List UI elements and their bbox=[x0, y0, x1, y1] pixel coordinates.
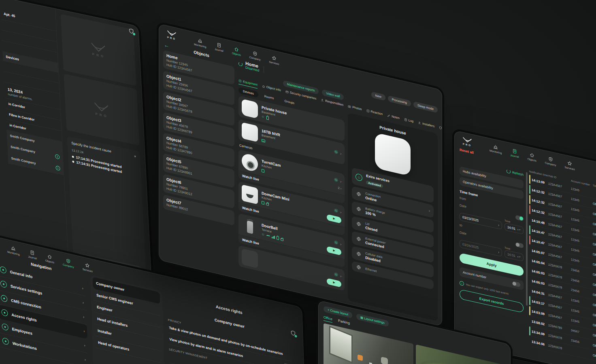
pencil-icon bbox=[387, 114, 390, 118]
row-hub-id: 123A4567 bbox=[548, 313, 571, 322]
nav-journal[interactable]: Journal bbox=[28, 249, 37, 260]
device-settings-icon[interactable] bbox=[334, 148, 338, 157]
stat-label: Ethernet bbox=[365, 267, 377, 273]
row-hub-id: 123A4567 bbox=[548, 222, 571, 231]
sidebar-item-label: CMS connection bbox=[11, 298, 41, 309]
tab-reaction[interactable]: Reaction bbox=[366, 108, 383, 118]
tab-installers[interactable]: Installers bbox=[418, 121, 434, 130]
date-from-toggle[interactable] bbox=[515, 215, 524, 221]
camera-list: TurretCam Kitchen › bbox=[238, 149, 345, 294]
incident-row-label: Smith Company bbox=[10, 134, 35, 143]
nav-company[interactable]: Company bbox=[545, 156, 556, 167]
tab-parking[interactable]: Parking bbox=[338, 318, 350, 327]
scrollbar[interactable] bbox=[526, 172, 528, 306]
info-icon[interactable]: i bbox=[55, 154, 60, 159]
nav-objects[interactable]: Objects bbox=[528, 152, 536, 162]
nav-company[interactable]: Company bbox=[249, 50, 261, 61]
play-button[interactable]: ▶ bbox=[327, 214, 341, 223]
incident-row-label: Smith Company bbox=[11, 157, 36, 165]
refresh-button[interactable]: Refresh bbox=[507, 169, 524, 177]
journal-filters-panel: Reset all Refresh Hubs availability Oper… bbox=[460, 147, 524, 355]
row-hub-id: 123A6789 bbox=[548, 323, 571, 332]
section-icon bbox=[0, 266, 6, 274]
chevron-right-icon[interactable]: › bbox=[429, 208, 430, 213]
refresh-icon[interactable] bbox=[238, 61, 243, 66]
chevron-right-icon[interactable]: › bbox=[340, 274, 341, 278]
row-title: Object1 bbox=[593, 222, 596, 229]
shield-icon bbox=[548, 156, 553, 162]
nav-services[interactable]: Services bbox=[82, 262, 93, 273]
severity-strip bbox=[529, 195, 530, 204]
hub-stats-list: Connection Online › Battery charge 1 bbox=[352, 186, 434, 292]
state-chip[interactable]: New bbox=[371, 91, 385, 101]
row-time: 14:12:32 bbox=[532, 188, 548, 195]
severity-strip bbox=[529, 286, 530, 295]
stat-icon bbox=[355, 264, 362, 271]
objects-window: PRO Monitoring Journal Objects Company S… bbox=[159, 23, 442, 326]
chevron-down-icon[interactable]: ▾ bbox=[134, 154, 136, 159]
severity-strip bbox=[529, 225, 530, 235]
row-hub-id: 123A4567 bbox=[548, 252, 571, 261]
camera-settings-icon[interactable] bbox=[334, 239, 338, 247]
tab-equipment[interactable]: Equipment bbox=[238, 78, 258, 89]
info-icon: i bbox=[460, 281, 464, 286]
nav-objects[interactable]: Objects bbox=[232, 46, 241, 56]
nav-monitoring[interactable]: Monitoring bbox=[490, 143, 502, 154]
info-icon[interactable]: i bbox=[55, 165, 60, 171]
row-time: 14:05:03 bbox=[532, 269, 548, 276]
camera-settings-icon[interactable] bbox=[334, 207, 338, 215]
tab-log[interactable]: Log bbox=[404, 117, 414, 125]
row-account: 23456 bbox=[571, 338, 593, 347]
row-account: 12345 bbox=[571, 308, 593, 316]
play-button[interactable]: ▶ bbox=[327, 246, 341, 255]
nav-journal[interactable]: Journal bbox=[215, 42, 223, 52]
row-account: 23456 bbox=[571, 277, 593, 286]
chevron-right-icon[interactable]: › bbox=[340, 210, 341, 214]
severity-strip bbox=[529, 316, 530, 326]
row-title: Object1 bbox=[593, 212, 596, 219]
nav-company[interactable]: Company bbox=[62, 257, 74, 269]
row-title: Object1 bbox=[593, 201, 596, 209]
severity-strip bbox=[529, 175, 530, 184]
nav-monitoring[interactable]: Monitoring bbox=[194, 37, 206, 48]
tab-office[interactable]: Office bbox=[324, 315, 332, 323]
nav-objects[interactable]: Objects bbox=[45, 253, 54, 264]
nav-monitoring[interactable]: Monitoring bbox=[7, 245, 19, 256]
nav-services[interactable]: Services bbox=[565, 160, 575, 171]
camera-settings-icon[interactable] bbox=[334, 271, 338, 279]
journal-window: PRO Monitoring Journal Objects Company S… bbox=[454, 130, 596, 364]
severity-strip bbox=[529, 296, 530, 305]
camera-name bbox=[262, 259, 323, 273]
shield-icon bbox=[253, 51, 258, 57]
chevron-right-icon[interactable]: › bbox=[340, 151, 341, 156]
nav-journal[interactable]: Journal bbox=[510, 148, 519, 159]
date-label: Date bbox=[460, 203, 466, 209]
tab-maintenance[interactable]: Maintenance bbox=[439, 125, 442, 136]
wifi-icon bbox=[266, 235, 270, 237]
stepper-icon: ▲▼ bbox=[517, 229, 521, 231]
date-to-toggle[interactable] bbox=[515, 242, 524, 248]
tab-object-info[interactable]: Object info bbox=[262, 84, 281, 94]
nav-services[interactable]: Services bbox=[269, 55, 279, 66]
monitoring-icon bbox=[198, 38, 202, 44]
tab-notes[interactable]: Notes bbox=[387, 113, 400, 121]
devices-column: Devices Rooms Groups Private house bbox=[238, 87, 345, 300]
chevron-right-icon[interactable]: › bbox=[340, 242, 341, 246]
home-icon bbox=[530, 152, 534, 158]
back-button[interactable]: ← bbox=[164, 42, 169, 49]
tab-photos[interactable]: Photos bbox=[348, 104, 362, 113]
severity-strip bbox=[529, 245, 530, 255]
row-time: 13:34:06 bbox=[532, 340, 548, 347]
section-icon bbox=[1, 309, 8, 317]
sidebar-item-label: Access rights bbox=[11, 312, 37, 322]
camera-thumbnail bbox=[242, 152, 258, 172]
account-number-toggle[interactable] bbox=[512, 281, 520, 287]
star-icon bbox=[85, 262, 89, 269]
row-title: Object2 bbox=[593, 343, 596, 350]
camera-icon bbox=[348, 104, 351, 108]
play-button[interactable]: ▶ bbox=[327, 278, 341, 287]
row-title: Object2 bbox=[593, 292, 596, 300]
incident-row-label: in Corridor bbox=[9, 123, 26, 131]
chevron-right-icon[interactable]: › bbox=[340, 179, 341, 184]
camera-settings-icon[interactable] bbox=[334, 176, 338, 184]
